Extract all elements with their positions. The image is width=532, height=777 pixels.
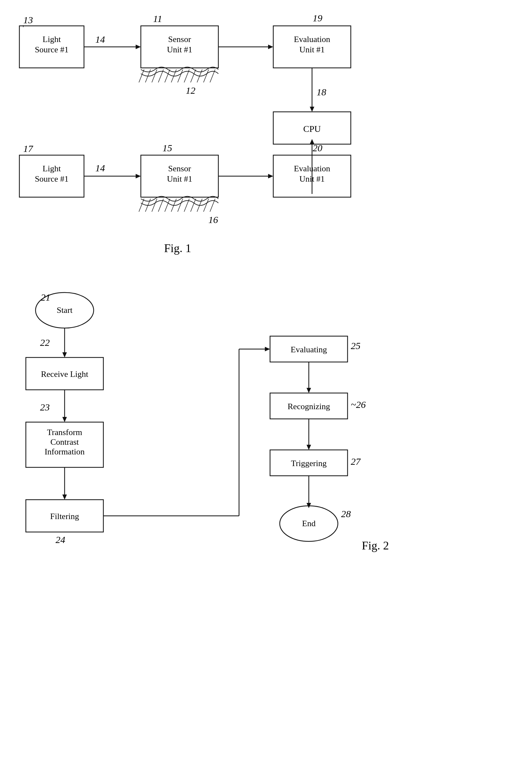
svg-marker-52 (62, 494, 67, 500)
svg-marker-60 (306, 388, 311, 393)
svg-line-13 (190, 70, 196, 83)
end-label: End (302, 519, 315, 528)
svg-line-11 (178, 70, 183, 83)
evaluating-label: Evaluating (291, 345, 327, 354)
label-26: ~26 (351, 399, 366, 410)
recognizing-label: Recognizing (287, 402, 330, 411)
main-svg: Light Source #1 13 14 Sensor Unit #1 11 (0, 0, 532, 777)
svg-line-7 (152, 70, 157, 83)
eu2-label2: Unit #1 (299, 174, 325, 184)
label-14a: 14 (95, 34, 105, 44)
diagram-container: Light Source #1 13 14 Sensor Unit #1 11 (0, 0, 532, 777)
label-21: 21 (41, 292, 50, 303)
svg-line-33 (165, 199, 170, 212)
triggering-label: Triggering (291, 459, 326, 468)
transform-label: Transform (47, 428, 82, 437)
label-14b: 14 (95, 162, 105, 173)
svg-marker-42 (268, 174, 273, 179)
eu1-label2: Unit #1 (299, 45, 325, 54)
su1-label2: Unit #1 (167, 45, 192, 54)
ls1-label2: Source #1 (35, 45, 69, 54)
label-24: 24 (55, 534, 65, 545)
label-16: 16 (208, 214, 218, 225)
start-label: Start (56, 306, 73, 315)
ls2-label: Light (43, 164, 61, 173)
hatch2: 16 (139, 197, 218, 225)
svg-marker-46 (62, 352, 67, 357)
label-27: 27 (351, 456, 361, 467)
label-23: 23 (40, 402, 50, 413)
label-19: 19 (313, 13, 322, 23)
filtering-label: Filtering (50, 512, 79, 521)
su2-label: Sensor (168, 164, 191, 173)
transform-label3: Information (44, 447, 85, 456)
hatch1: 12 (139, 67, 218, 96)
svg-marker-3 (136, 44, 141, 49)
svg-line-9 (165, 70, 170, 83)
svg-line-15 (204, 70, 209, 83)
label-28: 28 (341, 509, 351, 519)
cpu-label: CPU (303, 124, 321, 134)
svg-marker-63 (306, 445, 311, 450)
label-20: 20 (313, 142, 322, 153)
svg-line-29 (139, 199, 144, 212)
svg-marker-18 (268, 44, 273, 49)
label-13: 13 (23, 15, 33, 25)
svg-marker-57 (265, 347, 270, 351)
svg-line-35 (178, 199, 183, 212)
eu2-label: Evaluation (294, 164, 330, 173)
svg-marker-21 (310, 107, 314, 112)
label-22: 22 (40, 337, 50, 348)
fig2-label: Fig. 2 (362, 539, 389, 552)
svg-line-37 (190, 199, 196, 212)
svg-marker-27 (136, 174, 141, 179)
fig1-label: Fig. 1 (164, 242, 191, 255)
svg-line-31 (152, 199, 157, 212)
label-12: 12 (186, 85, 195, 96)
svg-marker-49 (62, 417, 67, 422)
eu1-label: Evaluation (294, 34, 330, 44)
label-25: 25 (351, 340, 361, 351)
transform-label2: Contrast (50, 437, 79, 447)
svg-line-5 (139, 70, 144, 83)
svg-line-39 (204, 199, 209, 212)
label-17: 17 (23, 143, 34, 154)
ls1-label: Light (43, 34, 61, 44)
label-18: 18 (316, 87, 326, 97)
su1-label: Sensor (168, 34, 191, 44)
receive-light-label: Receive Light (41, 369, 89, 379)
ls2-label2: Source #1 (35, 174, 69, 184)
su2-label2: Unit #1 (167, 174, 192, 184)
label-15: 15 (162, 142, 172, 153)
label-11: 11 (153, 13, 162, 24)
